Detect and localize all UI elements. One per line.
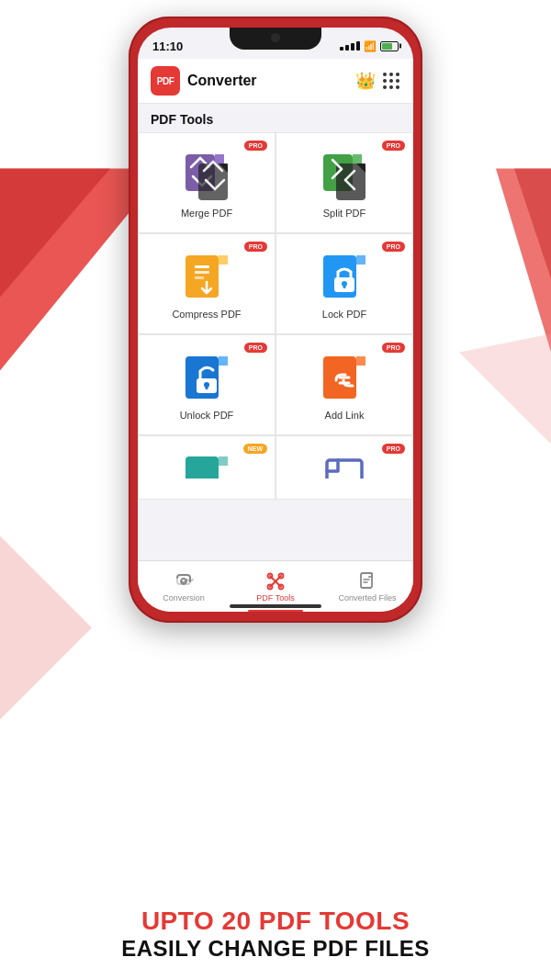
converted-files-icon bbox=[357, 571, 377, 591]
merge-pdf-label: Merge PDF bbox=[181, 208, 232, 219]
app-header: PDF Converter 👑 bbox=[138, 59, 413, 103]
bottom-text-section: UPTO 20 PDF TOOLS EASILY CHANGE PDF FILE… bbox=[0, 907, 551, 962]
app-title: Converter bbox=[187, 73, 348, 89]
tool-cell-split-pdf[interactable]: PRO bbox=[276, 132, 413, 233]
pro-badge: PRO bbox=[244, 141, 267, 151]
phone-screen: 11:10 📶 PDF Converter bbox=[138, 28, 413, 612]
notch bbox=[230, 28, 321, 50]
home-indicator bbox=[230, 604, 321, 608]
svg-rect-21 bbox=[195, 276, 204, 279]
conversion-icon bbox=[174, 571, 194, 591]
status-icons: 📶 bbox=[340, 40, 399, 52]
tool-cell-add-link[interactable]: PRO bbox=[276, 334, 413, 435]
add-link-label: Add Link bbox=[325, 410, 365, 421]
tab-converted-files-label: Converted Files bbox=[338, 593, 396, 603]
svg-rect-36 bbox=[356, 356, 365, 366]
section-title: PDF Tools bbox=[138, 103, 413, 132]
merge-pdf-icon bbox=[182, 151, 231, 200]
content-area: PDF Tools PRO bbox=[138, 103, 413, 560]
tool-cell-merge-pdf[interactable]: PRO bbox=[138, 132, 276, 233]
battery-icon bbox=[380, 41, 399, 51]
svg-rect-19 bbox=[195, 265, 209, 268]
pro-badge-split: PRO bbox=[382, 141, 405, 151]
unlock-pdf-label: Unlock PDF bbox=[180, 410, 234, 421]
svg-rect-27 bbox=[343, 284, 346, 288]
pro-badge-compress: PRO bbox=[244, 242, 267, 252]
pdf-tools-icon bbox=[265, 571, 286, 591]
pro-badge-lock: PRO bbox=[382, 242, 405, 252]
pro-badge-unlock: PRO bbox=[244, 343, 267, 353]
svg-marker-1 bbox=[0, 169, 110, 298]
tool-cell-unlock-pdf[interactable]: PRO bbox=[138, 334, 276, 435]
svg-marker-5 bbox=[459, 334, 551, 445]
split-pdf-icon bbox=[320, 151, 369, 200]
svg-marker-3 bbox=[514, 169, 551, 279]
tool-cell-compress-pdf[interactable]: PRO bbox=[138, 233, 276, 334]
pdf-logo: PDF bbox=[151, 66, 180, 96]
tool-cell-lock-pdf[interactable]: PRO bbox=[276, 233, 413, 334]
svg-rect-20 bbox=[195, 271, 209, 274]
phone-frame: 11:10 📶 PDF Converter bbox=[129, 17, 422, 623]
compress-pdf-label: Compress PDF bbox=[172, 309, 241, 320]
svg-marker-4 bbox=[0, 536, 92, 720]
svg-rect-30 bbox=[219, 356, 228, 366]
svg-rect-24 bbox=[356, 255, 365, 265]
signal-icon bbox=[340, 41, 360, 51]
crown-icon[interactable]: 👑 bbox=[355, 71, 376, 91]
bottom-line2: EASILY CHANGE PDF FILES bbox=[0, 936, 551, 962]
svg-marker-2 bbox=[496, 169, 551, 353]
compress-pdf-icon bbox=[182, 252, 231, 301]
camera bbox=[271, 33, 280, 42]
new-badge-7: NEW bbox=[243, 444, 267, 454]
phone-outer: 11:10 📶 PDF Converter bbox=[129, 17, 422, 623]
tab-conversion[interactable]: Conversion bbox=[138, 561, 230, 612]
svg-rect-48 bbox=[361, 573, 372, 588]
lock-pdf-icon bbox=[320, 252, 369, 301]
unlock-pdf-icon bbox=[182, 353, 231, 402]
tools-grid: PRO bbox=[138, 132, 413, 500]
tab-conversion-label: Conversion bbox=[163, 593, 205, 603]
add-link-icon bbox=[320, 353, 369, 402]
svg-rect-13 bbox=[353, 154, 362, 163]
pro-badge-8: PRO bbox=[382, 444, 405, 454]
svg-rect-18 bbox=[219, 255, 228, 265]
wifi-icon: 📶 bbox=[364, 40, 377, 52]
svg-rect-33 bbox=[206, 385, 208, 389]
tool-cell-8[interactable]: PRO bbox=[276, 435, 413, 500]
grid-icon[interactable] bbox=[383, 73, 400, 90]
tab-converted-files[interactable]: Converted Files bbox=[321, 561, 413, 612]
svg-rect-40 bbox=[327, 460, 362, 479]
svg-rect-39 bbox=[219, 456, 228, 466]
status-time: 11:10 bbox=[152, 39, 183, 53]
pro-badge-link: PRO bbox=[382, 343, 405, 353]
svg-rect-37 bbox=[186, 456, 219, 479]
svg-rect-8 bbox=[215, 154, 224, 163]
bottom-line1: UPTO 20 PDF TOOLS bbox=[0, 907, 551, 936]
tool-cell-7[interactable]: NEW bbox=[138, 435, 276, 500]
tool7-icon bbox=[182, 453, 231, 479]
split-pdf-label: Split PDF bbox=[323, 208, 365, 219]
lock-pdf-label: Lock PDF bbox=[322, 309, 366, 320]
tool8-icon bbox=[320, 453, 369, 479]
tab-pdf-tools-label: PDF Tools bbox=[256, 593, 294, 603]
